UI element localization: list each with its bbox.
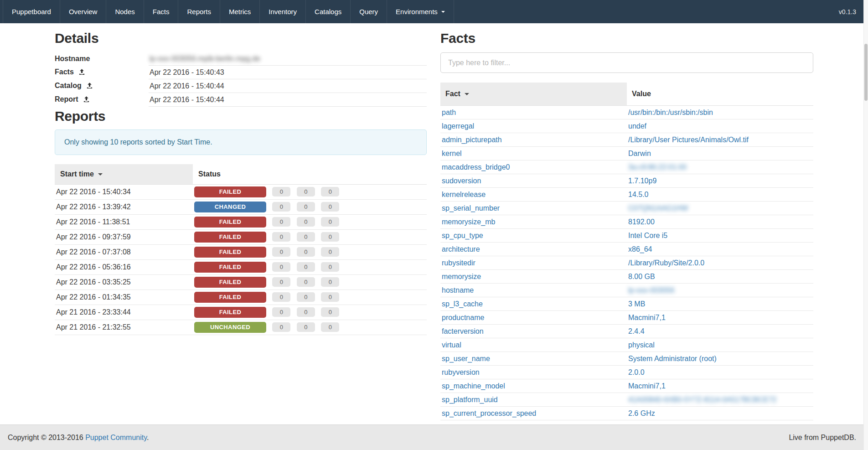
report-count-badge: 0 (272, 232, 290, 242)
report-start-time: Apr 22 2016 - 15:40:34 (55, 185, 193, 200)
fact-value[interactable]: Intel Core i5 (628, 232, 667, 239)
fact-value[interactable]: 2.0.0 (628, 368, 645, 376)
fact-name-link[interactable]: kernelrelease (442, 191, 486, 198)
fact-value[interactable]: Macmini7,1 (628, 314, 666, 321)
fact-name-link[interactable]: lagerregal (442, 122, 474, 130)
report-count-badge: 0 (321, 217, 339, 227)
fact-name-link[interactable]: rubyversion (442, 368, 480, 376)
report-status-badge[interactable]: FAILED (194, 217, 266, 228)
fact-row: hostname lp-osx-003056 (440, 284, 813, 297)
fact-name-link[interactable]: sp_cpu_type (442, 232, 483, 239)
vertical-scrollbar[interactable] (863, 0, 868, 450)
fact-row: sp_current_processor_speed 2.6 GHz (440, 407, 813, 420)
report-count-badge: 0 (297, 232, 315, 242)
nav-item-environments[interactable]: Environments (387, 0, 454, 23)
report-status-badge[interactable]: FAILED (194, 262, 266, 273)
report-status-badge[interactable]: FAILED (194, 186, 266, 197)
nav-item[interactable]: Overview (60, 0, 107, 23)
report-count-badge: 0 (272, 262, 290, 272)
column-header-value[interactable]: Value (627, 83, 813, 106)
nav-item[interactable]: Nodes (106, 0, 144, 23)
fact-name-link[interactable]: sudoversion (442, 177, 481, 185)
fact-value[interactable]: lp-osx-003056 (628, 286, 674, 294)
fact-name-link[interactable]: rubysitedir (442, 259, 475, 267)
fact-value[interactable]: 14.5.0 (628, 191, 648, 198)
fact-value[interactable]: /usr/bin:/bin:/usr/sbin:/sbin (628, 109, 713, 116)
fact-name-link[interactable]: productname (442, 314, 484, 321)
fact-value[interactable]: C07QN1AAG1HW (628, 204, 688, 212)
fact-value[interactable]: 8.00 GB (628, 273, 655, 280)
fact-row: facterversion 2.4.4 (440, 325, 813, 338)
fact-name-link[interactable]: memorysize (442, 273, 481, 280)
fact-name-link[interactable]: sp_platform_uuid (442, 396, 498, 403)
fact-row: sp_machine_model Macmini7,1 (440, 379, 813, 393)
report-status-badge[interactable]: FAILED (194, 232, 266, 243)
fact-name-link[interactable]: admin_picturepath (442, 136, 502, 144)
report-status-badge[interactable]: UNCHANGED (194, 322, 266, 333)
fact-name-link[interactable]: architecture (442, 245, 480, 253)
nav-item[interactable]: Query (351, 0, 387, 23)
nav-item[interactable]: Reports (178, 0, 220, 23)
nav-item[interactable]: Inventory (260, 0, 306, 23)
fact-value[interactable]: 41A00840-6XB0-5Y7Z-8114-0A517BCBCE72 (628, 396, 776, 403)
fact-name-link[interactable]: virtual (442, 341, 461, 349)
details-row-label: Report (55, 95, 78, 103)
fact-value[interactable]: /Library/Ruby/Site/2.0.0 (628, 259, 704, 267)
report-status-badge[interactable]: FAILED (194, 307, 266, 318)
fact-value[interactable]: 3a:c9:86:22:01:00 (628, 163, 687, 171)
report-count-badge: 0 (272, 292, 290, 302)
report-status-badge[interactable]: FAILED (194, 247, 266, 258)
fact-value[interactable]: Macmini7,1 (628, 382, 666, 390)
fact-name-link[interactable]: memorysize_mb (442, 218, 495, 226)
column-header-status[interactable]: Status (193, 164, 427, 185)
fact-name-link[interactable]: macaddress_bridge0 (442, 163, 510, 171)
fact-value[interactable]: 1.7.10p9 (628, 177, 656, 185)
report-status-badge[interactable]: CHANGED (194, 202, 266, 212)
column-header-start-time[interactable]: Start time (55, 164, 193, 185)
fact-value[interactable]: 2.4.4 (628, 327, 645, 335)
scrollbar-thumb[interactable] (864, 44, 868, 101)
column-header-fact[interactable]: Fact (440, 83, 627, 106)
report-row: Apr 22 2016 - 05:36:16 FAILED 0 0 0 (55, 260, 427, 275)
fact-name-link[interactable]: sp_l3_cache (442, 300, 483, 308)
details-row-value: Apr 22 2016 - 15:40:44 (149, 79, 427, 93)
fact-name-link[interactable]: sp_machine_model (442, 382, 505, 390)
fact-name-link[interactable]: path (442, 109, 456, 116)
report-status-badge[interactable]: FAILED (194, 277, 266, 288)
nav-item[interactable]: Catalogs (306, 0, 351, 23)
fact-name-link[interactable]: sp_current_processor_speed (442, 409, 536, 417)
puppet-community-link[interactable]: Puppet Community (85, 434, 147, 441)
fact-value[interactable]: /Library/User Pictures/Animals/Owl.tif (628, 136, 749, 144)
report-count-badge: 0 (321, 202, 339, 212)
fact-value[interactable]: 8192.00 (628, 218, 655, 226)
fact-row: virtual physical (440, 338, 813, 352)
navbar-brand[interactable]: Puppetboard (3, 0, 60, 23)
report-start-time: Apr 22 2016 - 03:35:25 (55, 275, 193, 290)
report-start-time: Apr 21 2016 - 23:33:44 (55, 305, 193, 320)
report-count-badge: 0 (297, 217, 315, 227)
fact-name-link[interactable]: sp_serial_number (442, 204, 500, 212)
fact-value[interactable]: undef (628, 122, 646, 130)
fact-value[interactable]: 2.6 GHz (628, 409, 655, 417)
fact-name-link[interactable]: hostname (442, 286, 474, 294)
report-count-badge: 0 (321, 307, 339, 317)
footer: Copyright © 2013-2016 Puppet Community. … (0, 424, 868, 450)
report-count-badge: 0 (297, 247, 315, 257)
fact-value[interactable]: 3 MB (628, 300, 645, 308)
fact-row: sudoversion 1.7.10p9 (440, 174, 813, 188)
fact-value[interactable]: System Administrator (root) (628, 355, 717, 362)
fact-name-link[interactable]: facterversion (442, 327, 484, 335)
fact-name-link[interactable]: sp_user_name (442, 355, 490, 362)
details-table: Hostname lp-osx-003056.mpib-berlin.mpg.d… (55, 52, 427, 107)
nav-item[interactable]: Facts (144, 0, 179, 23)
fact-name-link[interactable]: kernel (442, 150, 462, 157)
fact-value[interactable]: x86_64 (628, 245, 652, 253)
report-status-badge[interactable]: FAILED (194, 292, 266, 303)
fact-value[interactable]: Darwin (628, 150, 651, 157)
facts-filter-input[interactable] (440, 52, 813, 73)
node-detail-column: Details Hostname lp-osx-003056.mpib-berl… (55, 31, 427, 420)
report-row: Apr 22 2016 - 13:39:42 CHANGED 0 0 0 (55, 200, 427, 215)
fact-value[interactable]: physical (628, 341, 655, 349)
footer-status: Live from PuppetDB. (789, 434, 856, 442)
nav-item[interactable]: Metrics (220, 0, 260, 23)
